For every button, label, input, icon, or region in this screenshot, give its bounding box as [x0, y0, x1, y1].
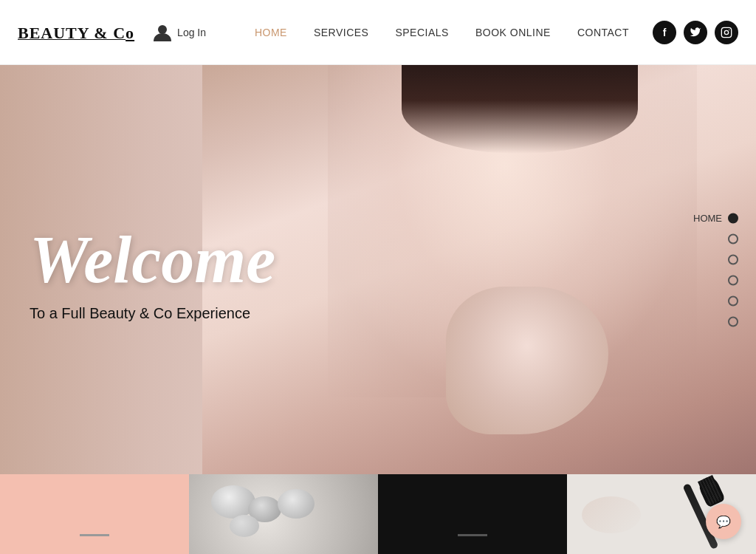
side-nav-item-4[interactable]	[728, 276, 738, 286]
strip-dash-3	[458, 534, 487, 536]
twitter-bird	[690, 27, 701, 38]
bottom-strip	[0, 474, 756, 554]
instagram-symbol	[721, 27, 732, 38]
side-nav-dot-3[interactable]	[728, 255, 738, 265]
strip-panel-2[interactable]	[189, 474, 378, 554]
side-nav-dot-1[interactable]	[728, 213, 738, 223]
logo-text: BEAUTY & C	[18, 24, 126, 42]
hero-content: Welcome To a Full Beauty & Co Experience	[30, 227, 275, 322]
strip-panel-1[interactable]	[0, 474, 189, 554]
login-label: Log In	[177, 27, 206, 38]
hero-section: Welcome To a Full Beauty & Co Experience…	[0, 65, 756, 474]
side-nav-dot-4[interactable]	[728, 276, 738, 286]
svg-point-0	[158, 25, 167, 34]
strip-panel-3[interactable]	[378, 474, 567, 554]
social-icons: f	[653, 21, 738, 44]
side-nav-item-5[interactable]	[728, 296, 738, 307]
svg-point-3	[729, 29, 729, 30]
cosmetic-item	[582, 496, 641, 533]
side-nav-dot-5[interactable]	[728, 296, 738, 307]
side-nav-item-2[interactable]	[728, 234, 738, 244]
twitter-icon[interactable]	[684, 21, 707, 44]
instagram-icon[interactable]	[715, 21, 738, 44]
nav-specials[interactable]: SPECIALS	[395, 27, 448, 38]
side-nav-item-6[interactable]	[728, 317, 738, 327]
side-nav-dot-6[interactable]	[728, 317, 738, 327]
stone-small	[278, 489, 315, 519]
hero-hair-top	[402, 65, 638, 154]
nav-book-online[interactable]: BOOK ONLINE	[475, 27, 551, 38]
chat-button[interactable]: 💬	[706, 504, 741, 539]
user-icon	[152, 22, 173, 43]
site-logo[interactable]: BEAUTY & Co	[18, 21, 134, 44]
nav-home[interactable]: HOME	[255, 27, 287, 38]
main-nav: HOME SERVICES SPECIALS BOOK ONLINE CONTA…	[255, 27, 629, 38]
svg-rect-1	[721, 27, 731, 37]
side-nav-label-home: HOME	[693, 213, 722, 224]
mascara-brush	[696, 474, 726, 507]
facebook-icon[interactable]: f	[653, 21, 676, 44]
side-nav-item-3[interactable]	[728, 255, 738, 265]
side-nav-item-1[interactable]: HOME	[693, 213, 738, 224]
bristles	[698, 475, 724, 506]
hero-welcome-text: Welcome	[30, 227, 275, 293]
login-area[interactable]: Log In	[152, 22, 206, 43]
logo-underline: o	[126, 24, 134, 42]
nav-services[interactable]: SERVICES	[314, 27, 369, 38]
chat-icon: 💬	[716, 515, 731, 529]
svg-point-2	[724, 30, 728, 34]
nav-contact[interactable]: CONTACT	[577, 27, 629, 38]
strip-dash-1	[80, 534, 109, 536]
hero-subtitle: To a Full Beauty & Co Experience	[30, 305, 275, 322]
side-nav-dot-2[interactable]	[728, 234, 738, 244]
site-header: BEAUTY & Co Log In HOME SERVICES SPECIAL…	[0, 0, 756, 65]
stone-tiny	[230, 515, 259, 537]
side-navigation: HOME	[693, 213, 738, 327]
